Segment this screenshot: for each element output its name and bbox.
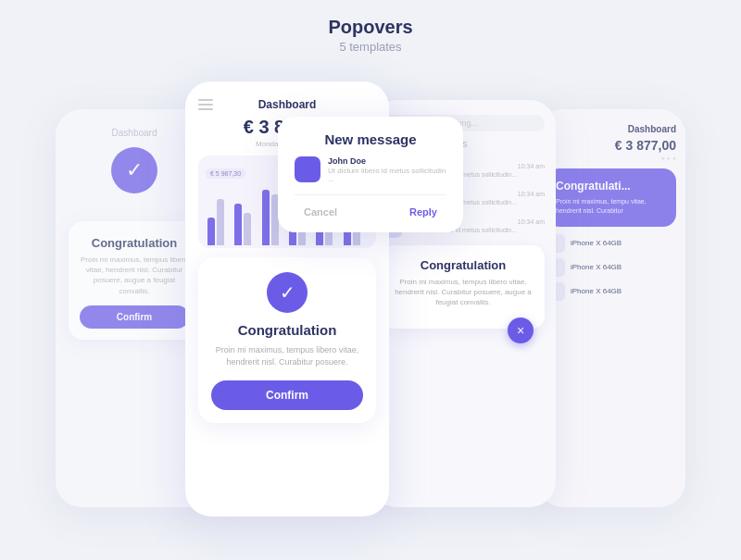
left-congrat-text: Proin mi maximus, tempus libero vitae, h… bbox=[80, 255, 189, 296]
iphone-item-3: iPhone X 64GB bbox=[546, 282, 676, 301]
hamburger-icon[interactable] bbox=[198, 99, 213, 110]
center-check-icon: ✓ bbox=[267, 272, 308, 313]
popover-title: New message bbox=[295, 131, 446, 147]
bar-purple bbox=[207, 218, 215, 245]
iphone-name: iPhone X 64GB bbox=[571, 287, 622, 295]
page-header: Popovers 5 templates bbox=[0, 0, 741, 63]
msg-time: 10:34 am bbox=[518, 163, 545, 169]
chart-label: € 5 987,30 bbox=[206, 168, 245, 179]
right-phone-header: ≡ Dashboard bbox=[546, 124, 676, 134]
left-confirm-button[interactable]: Confirm bbox=[80, 305, 189, 329]
bar-gray bbox=[217, 199, 224, 245]
bar-group-2 bbox=[234, 204, 257, 245]
popover-user-name: John Doe bbox=[328, 156, 446, 166]
page-title: Popovers bbox=[0, 17, 741, 38]
right-phone-sub: ● ● ● bbox=[546, 155, 676, 161]
right-congrat-text: Proin mi maximus, tempu vitae, hendrerit… bbox=[556, 197, 667, 216]
popover-user-message: Ut dictum libero id metus sollicitudin .… bbox=[328, 167, 446, 183]
left-congrat-title: Congratulation bbox=[80, 236, 189, 250]
close-button[interactable]: × bbox=[508, 317, 534, 343]
center-phone-header: Dashboard bbox=[198, 98, 376, 111]
popover-avatar bbox=[295, 156, 320, 182]
right-phone-amount: € 3 877,00 bbox=[546, 138, 676, 153]
bar-purple bbox=[234, 204, 242, 245]
msg-time: 10:34 am bbox=[518, 191, 545, 197]
iphone-name: iPhone X 64GB bbox=[571, 263, 622, 271]
new-message-popover: New message John Doe Ut dictum libero id… bbox=[278, 117, 463, 232]
right-phone-title: Dashboard bbox=[628, 124, 676, 134]
left-check-icon: ✓ bbox=[111, 147, 157, 193]
messages-congrat-title: Congratulation bbox=[393, 258, 534, 272]
center-congrat-card: ✓ Congratulation Proin mi maximus, tempu… bbox=[198, 257, 376, 423]
cancel-button[interactable]: Cancel bbox=[295, 203, 346, 221]
center-dash-title: Dashboard bbox=[258, 98, 317, 111]
right-congrat-card: Congratulati... Proin mi maximus, tempu … bbox=[546, 168, 676, 227]
popovers-container: Dashboard ✓ Congratulation Proin mi maxi… bbox=[0, 63, 741, 558]
right-congrat-title: Congratulati... bbox=[556, 180, 667, 193]
center-congrat-title: Congratulation bbox=[211, 322, 363, 338]
messages-congrat-card: Congratulation Proin mi maximus, tempus … bbox=[382, 245, 545, 329]
page-subtitle: 5 templates bbox=[0, 40, 741, 54]
iphone-item-2: iPhone X 64GB bbox=[546, 258, 676, 277]
bar-group-1 bbox=[207, 199, 231, 245]
iphone-name: iPhone X 64GB bbox=[571, 239, 622, 247]
center-confirm-button[interactable]: Confirm bbox=[211, 380, 363, 410]
left-congrat-card: Congratulation Proin mi maximus, tempus … bbox=[69, 221, 200, 340]
bar-gray bbox=[244, 213, 251, 245]
popover-user-row: John Doe Ut dictum libero id metus solli… bbox=[295, 156, 446, 183]
bar-purple bbox=[262, 190, 270, 245]
left-phone-title: Dashboard bbox=[69, 128, 200, 138]
msg-time: 10:34 am bbox=[518, 218, 545, 225]
right-phone: ≡ Dashboard € 3 877,00 ● ● ● Congratulat… bbox=[537, 109, 685, 507]
reply-button[interactable]: Reply bbox=[400, 203, 446, 221]
popover-actions: Cancel Reply bbox=[295, 194, 446, 221]
center-congrat-text: Proin mi maximus, tempus libero vitae, h… bbox=[211, 344, 363, 367]
messages-congrat-text: Proin mi maximus, tempus libero vitae, h… bbox=[393, 277, 534, 308]
iphone-item-1: iPhone X 64GB bbox=[546, 234, 676, 253]
